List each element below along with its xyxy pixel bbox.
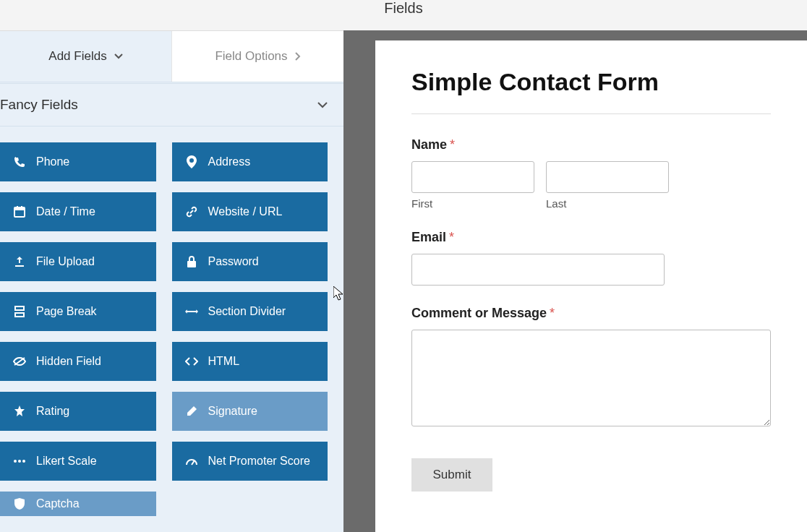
upload-icon [13,256,26,267]
star-icon [13,406,26,417]
phone-icon [13,156,26,168]
chevron-down-icon [114,53,123,59]
field-signature[interactable]: Signature [172,392,328,431]
form-title: Simple Contact Form [411,68,771,114]
field-password[interactable]: Password [172,242,328,281]
pencil-icon [185,406,198,417]
divider-icon [185,309,198,314]
field-grid: Phone Address Date / Time Website / URL … [0,126,343,532]
tab-field-options-label: Field Options [215,49,287,64]
field-net-promoter-score[interactable]: Net Promoter Score [172,442,328,481]
field-html[interactable]: HTML [172,342,328,381]
section-title: Fancy Fields [0,97,78,113]
svg-line-11 [192,460,195,465]
first-sublabel: First [411,197,534,210]
email-label: Email* [411,230,771,245]
field-date-time[interactable]: Date / Time [0,192,156,231]
message-textarea[interactable] [411,330,771,426]
gauge-icon [185,457,198,466]
field-name[interactable]: Name* First Last [411,137,771,210]
field-email[interactable]: Email* [411,230,771,286]
svg-point-8 [14,460,17,463]
chevron-down-icon [317,102,328,108]
last-name-input[interactable] [546,161,669,193]
link-icon [185,205,198,218]
svg-rect-3 [21,206,22,209]
svg-rect-4 [187,261,196,267]
svg-point-9 [18,460,21,463]
page-break-icon [13,306,26,317]
first-name-input[interactable] [411,161,534,193]
fields-scroll[interactable]: Fancy Fields Phone Address Date / Time [0,82,343,532]
field-phone[interactable]: Phone [0,142,156,181]
email-input[interactable] [411,254,665,286]
field-rating[interactable]: Rating [0,392,156,431]
last-sublabel: Last [546,197,669,210]
section-fancy-fields[interactable]: Fancy Fields [0,84,343,126]
field-file-upload[interactable]: File Upload [0,242,156,281]
pin-icon [185,155,198,168]
hidden-icon [13,356,26,366]
dots-icon [13,459,26,463]
required-marker: * [550,306,555,320]
required-marker: * [449,230,454,244]
tab-add-fields[interactable]: Add Fields [0,31,171,82]
field-likert-scale[interactable]: Likert Scale [0,442,156,481]
form-paper: Simple Contact Form Name* First Last [375,40,807,532]
field-website-url[interactable]: Website / URL [172,192,328,231]
message-label: Comment or Message* [411,306,771,321]
svg-rect-6 [15,313,24,317]
fields-panel: Add Fields Field Options Fancy Fields [0,30,343,532]
window-title: Fields [0,0,807,30]
svg-rect-1 [14,207,25,210]
field-message[interactable]: Comment or Message* [411,306,771,429]
lock-icon [185,256,198,267]
field-address[interactable]: Address [172,142,328,181]
svg-rect-5 [15,306,24,310]
name-label: Name* [411,137,771,153]
field-hidden-field[interactable]: Hidden Field [0,342,156,381]
code-icon [185,357,198,366]
shield-icon [13,498,26,510]
submit-button[interactable]: Submit [411,458,492,492]
required-marker: * [450,137,455,152]
chevron-right-icon [295,52,301,61]
svg-rect-2 [17,206,18,209]
tab-field-options[interactable]: Field Options [171,31,343,82]
tab-add-fields-label: Add Fields [48,49,106,64]
field-captcha[interactable]: Captcha [0,492,156,516]
svg-point-10 [22,460,25,463]
field-section-divider[interactable]: Section Divider [172,292,328,331]
form-preview-area: Simple Contact Form Name* First Last [343,30,807,532]
field-page-break[interactable]: Page Break [0,292,156,331]
calendar-icon [13,206,26,218]
